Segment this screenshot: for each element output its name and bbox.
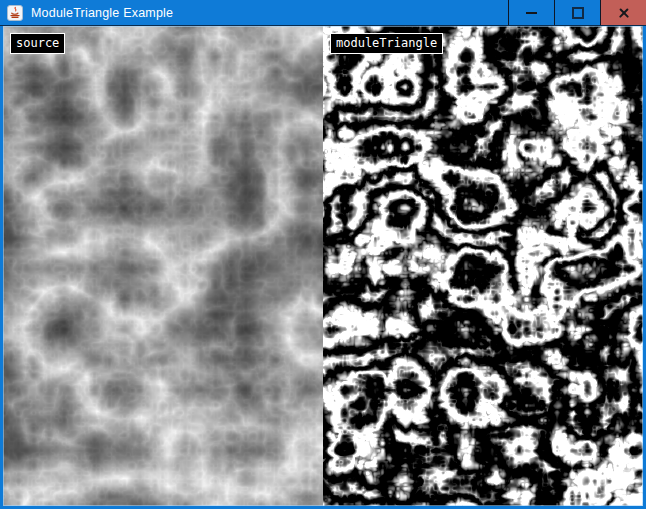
source-noise-canvas: [3, 26, 323, 506]
maximize-button[interactable]: [554, 0, 600, 25]
window-title: ModuleTriangle Example: [31, 6, 173, 20]
titlebar[interactable]: ModuleTriangle Example: [0, 0, 646, 26]
close-button[interactable]: [600, 0, 646, 25]
window-controls: [508, 0, 646, 25]
content-area: source moduleTriangle: [3, 26, 643, 506]
close-icon: [618, 7, 630, 19]
panel-label-moduletriangle: moduleTriangle: [330, 33, 443, 54]
panel-source: source: [3, 26, 323, 506]
panel-moduletriangle: moduleTriangle: [323, 26, 643, 506]
window: ModuleTriangle Example source moduleTria…: [0, 0, 646, 509]
maximize-icon: [572, 7, 584, 19]
panel-label-source: source: [10, 33, 65, 54]
minimize-icon: [526, 12, 537, 14]
java-cup-icon: [7, 5, 23, 21]
minimize-button[interactable]: [508, 0, 554, 25]
moduletriangle-noise-canvas: [323, 26, 643, 506]
